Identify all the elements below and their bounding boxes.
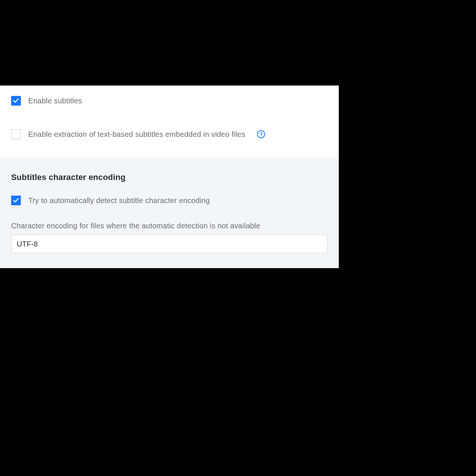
enable-extraction-checkbox[interactable] [11, 129, 21, 139]
auto-detect-checkbox[interactable] [11, 196, 21, 205]
checkmark-icon [13, 98, 19, 104]
fallback-encoding-input[interactable] [11, 235, 328, 253]
help-icon[interactable]: ? [257, 130, 265, 138]
auto-detect-row: Try to automatically detect subtitle cha… [11, 196, 328, 205]
auto-detect-label: Try to automatically detect subtitle cha… [28, 196, 210, 205]
settings-panel: Enable subtitles Enable extraction of te… [0, 86, 339, 268]
encoding-section: Subtitles character encoding Try to auto… [0, 158, 339, 268]
enable-extraction-row: Enable extraction of text-based subtitle… [11, 129, 328, 139]
enable-extraction-label: Enable extraction of text-based subtitle… [28, 130, 245, 139]
subtitles-section: Enable subtitles Enable extraction of te… [0, 86, 339, 158]
enable-subtitles-row: Enable subtitles [11, 96, 328, 106]
checkmark-icon [13, 197, 19, 203]
fallback-encoding-label: Character encoding for files where the a… [11, 222, 328, 230]
encoding-heading: Subtitles character encoding [11, 173, 328, 182]
enable-subtitles-checkbox[interactable] [11, 96, 21, 106]
enable-subtitles-label: Enable subtitles [28, 97, 82, 105]
